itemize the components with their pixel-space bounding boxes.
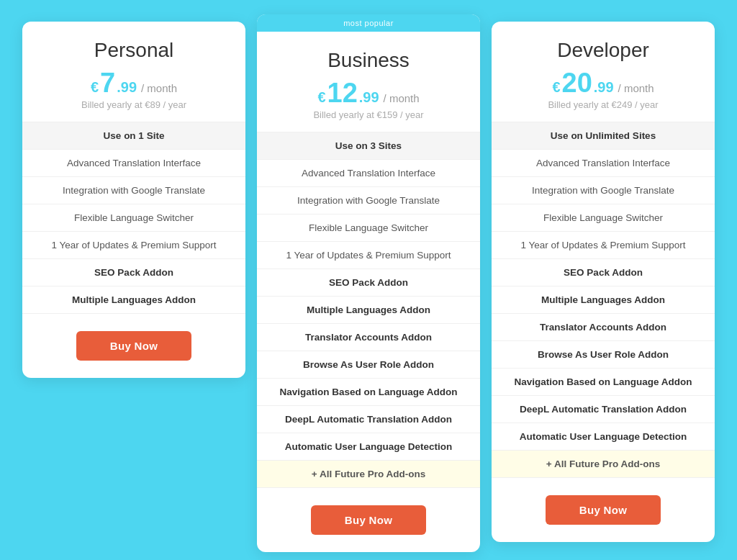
- plan-header-developer: Developer €20.99/ month Billed yearly at…: [492, 22, 715, 122]
- features-list-developer: Use on Unlimited SitesAdvanced Translati…: [492, 122, 715, 478]
- feature-item-personal-1: Integration with Google Translate: [22, 177, 245, 204]
- feature-item-business-5: Multiple Languages Addon: [257, 297, 480, 324]
- price-decimal-business: .99: [359, 89, 379, 106]
- price-decimal-personal: .99: [117, 79, 137, 96]
- buy-button-developer[interactable]: Buy Now: [546, 495, 661, 525]
- price-currency-business: €: [317, 89, 325, 106]
- feature-item-business-2: Flexible Language Switcher: [257, 214, 480, 242]
- feature-item-business-7: Browse As User Role Addon: [257, 351, 480, 379]
- feature-item-developer-1: Integration with Google Translate: [492, 177, 715, 204]
- price-yearly-developer: Billed yearly at €249 / year: [506, 99, 700, 110]
- plan-card-business: most popular Business €12.99/ month Bill…: [257, 14, 480, 552]
- popular-badge: most popular: [257, 14, 480, 32]
- feature-item-developer-4: SEO Pack Addon: [492, 259, 715, 286]
- feature-item-business-8: Navigation Based on Language Addon: [257, 379, 480, 406]
- buy-button-business[interactable]: Buy Now: [311, 505, 426, 535]
- price-yearly-business: Billed yearly at €159 / year: [271, 109, 466, 120]
- features-list-business: Use on 3 SitesAdvanced Translation Inter…: [257, 132, 480, 488]
- pricing-container: Personal €7.99/ month Billed yearly at €…: [16, 22, 721, 552]
- price-period-business: / month: [384, 92, 420, 104]
- features-list-personal: Use on 1 SiteAdvanced Translation Interf…: [22, 122, 245, 314]
- plan-header-personal: Personal €7.99/ month Billed yearly at €…: [22, 22, 245, 122]
- plan-footer-personal: Buy Now: [22, 314, 245, 378]
- feature-item-business-4: SEO Pack Addon: [257, 269, 480, 297]
- plan-header-business: Business €12.99/ month Billed yearly at …: [257, 32, 480, 132]
- feature-item-personal-5: Multiple Languages Addon: [22, 286, 245, 314]
- feature-item-developer-2: Flexible Language Switcher: [492, 204, 715, 232]
- price-currency-developer: €: [552, 79, 560, 96]
- plan-footer-business: Buy Now: [257, 488, 480, 552]
- plan-footer-developer: Buy Now: [492, 478, 715, 542]
- price-period-developer: / month: [618, 82, 654, 94]
- feature-item-personal-4: SEO Pack Addon: [22, 259, 245, 286]
- feature-item-developer-0: Advanced Translation Interface: [492, 150, 715, 177]
- plan-price-business: €12.99/ month: [271, 79, 466, 107]
- feature-item-personal-3: 1 Year of Updates & Premium Support: [22, 232, 245, 259]
- price-period-personal: / month: [141, 82, 177, 94]
- price-currency-personal: €: [91, 79, 99, 96]
- feature-item-developer-9: DeepL Automatic Translation Addon: [492, 396, 715, 423]
- feature-item-developer-6: Translator Accounts Addon: [492, 314, 715, 341]
- feature-item-business-1: Integration with Google Translate: [257, 187, 480, 214]
- feature-item-business-9: DeepL Automatic Translation Addon: [257, 406, 480, 433]
- plan-card-personal: Personal €7.99/ month Billed yearly at €…: [22, 22, 245, 378]
- feature-item-business-3: 1 Year of Updates & Premium Support: [257, 242, 480, 269]
- price-amount-personal: 7: [100, 69, 115, 96]
- plan-price-personal: €7.99/ month: [37, 69, 231, 96]
- feature-item-developer-8: Navigation Based on Language Addon: [492, 369, 715, 396]
- feature-item-developer-10: Automatic User Language Detection: [492, 423, 715, 451]
- plan-price-developer: €20.99/ month: [506, 69, 700, 96]
- price-amount-business: 12: [327, 79, 358, 107]
- future-addons-business: + All Future Pro Add-ons: [257, 461, 480, 488]
- price-decimal-developer: .99: [594, 79, 614, 96]
- plan-name-personal: Personal: [37, 39, 231, 62]
- plan-card-developer: Developer €20.99/ month Billed yearly at…: [492, 22, 715, 542]
- feature-item-personal-0: Advanced Translation Interface: [22, 150, 245, 177]
- feature-item-developer-3: 1 Year of Updates & Premium Support: [492, 232, 715, 259]
- plan-name-business: Business: [271, 49, 466, 72]
- price-yearly-personal: Billed yearly at €89 / year: [37, 99, 231, 110]
- highlight-feature-business: Use on 3 Sites: [257, 132, 480, 160]
- feature-item-business-0: Advanced Translation Interface: [257, 160, 480, 187]
- future-addons-developer: + All Future Pro Add-ons: [492, 451, 715, 478]
- feature-item-developer-7: Browse As User Role Addon: [492, 341, 715, 369]
- feature-item-business-6: Translator Accounts Addon: [257, 324, 480, 351]
- feature-item-personal-2: Flexible Language Switcher: [22, 204, 245, 232]
- price-amount-developer: 20: [562, 69, 592, 96]
- feature-item-business-10: Automatic User Language Detection: [257, 433, 480, 461]
- feature-item-developer-5: Multiple Languages Addon: [492, 286, 715, 314]
- highlight-feature-personal: Use on 1 Site: [22, 122, 245, 150]
- plan-name-developer: Developer: [506, 39, 700, 62]
- buy-button-personal[interactable]: Buy Now: [76, 331, 191, 361]
- highlight-feature-developer: Use on Unlimited Sites: [492, 122, 715, 150]
